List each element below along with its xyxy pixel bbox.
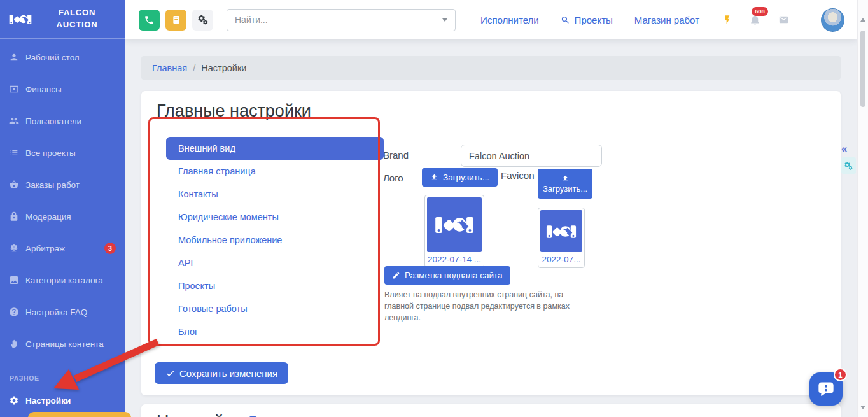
page-title: Главные настройки — [157, 101, 825, 121]
header-icons: 608 — [722, 13, 790, 26]
question-circle-icon — [9, 307, 19, 317]
banknote-icon — [9, 84, 19, 94]
avatar[interactable] — [821, 8, 844, 32]
favicon-preview-image — [540, 210, 582, 252]
main-content: Главная / Настройки Главные настройки Вн… — [125, 39, 857, 417]
tab-appearance[interactable]: Внешний вид — [166, 137, 384, 160]
notifications-badge: 608 — [752, 7, 768, 16]
sidebar-item-arbitration[interactable]: Арбитраж 3 — [0, 232, 125, 264]
sidebar-logo-row[interactable]: FALCON AUCTION — [0, 0, 125, 39]
tab-legal[interactable]: Юридические моменты — [166, 206, 384, 229]
bottom-yellow-button[interactable] — [28, 412, 131, 417]
list-icon — [9, 148, 19, 158]
top-header: Исполнители Проекты Магазин работ 608 — [125, 0, 857, 39]
link-work-shop[interactable]: Магазин работ — [634, 15, 699, 25]
collapse-panel-toggle[interactable]: « — [841, 143, 846, 155]
brand-name: FALCON AUCTION — [38, 7, 116, 31]
upload-favicon-button[interactable]: Загрузить... — [538, 169, 592, 199]
handshake-logo-icon — [9, 11, 32, 27]
arbitration-badge: 3 — [104, 243, 116, 254]
sidebar-item-dashboard[interactable]: Рабочий стол — [0, 41, 125, 73]
footer-markup-note: Влияет на подвал внутренних страниц сайт… — [384, 289, 594, 323]
card-header: Главные настройки — [141, 91, 841, 129]
logo-preview-card[interactable]: 2022-07-14 ... — [424, 195, 484, 268]
breadcrumb-current: Настройки — [201, 63, 246, 73]
favicon-label: Favicon — [501, 170, 535, 181]
book-icon — [171, 15, 181, 25]
sidebar-item-moderation[interactable]: Модерация — [0, 201, 125, 232]
favicon-filename: 2022-07... — [540, 252, 582, 265]
edit-icon — [392, 271, 400, 279]
quick-settings-button[interactable] — [192, 10, 213, 31]
tab-api[interactable]: API — [166, 251, 384, 274]
sidebar: FALCON AUCTION Рабочий стол Финансы Поль… — [0, 0, 125, 417]
sidebar-nav: Рабочий стол Финансы Пользователи Все пр… — [0, 41, 125, 416]
link-performers[interactable]: Исполнители — [480, 15, 539, 25]
header-divider — [808, 9, 808, 31]
bolt-icon[interactable] — [722, 13, 732, 26]
logo-filename: 2022-07-14 ... — [427, 252, 482, 265]
users-icon — [9, 116, 19, 126]
sidebar-item-content-pages[interactable]: Страницы контента — [0, 328, 125, 360]
tab-mobile-app[interactable]: Мобильное приложение — [166, 229, 384, 251]
basket-icon — [9, 180, 19, 190]
upload-icon — [561, 174, 570, 183]
handbook-button[interactable] — [165, 10, 186, 31]
brand-input[interactable] — [461, 145, 602, 167]
sidebar-item-users[interactable]: Пользователи — [0, 105, 125, 137]
scrollbar-up-arrow[interactable] — [860, 18, 865, 22]
search-icon — [561, 15, 570, 25]
messages-envelope[interactable] — [778, 15, 790, 25]
settings-tabs: Внешний вид Главная страница Контакты Юр… — [166, 137, 384, 343]
search-input[interactable] — [235, 15, 442, 25]
scales-icon — [9, 243, 19, 253]
favicon-preview-card[interactable]: 2022-07... — [538, 208, 585, 268]
cogs-icon — [844, 161, 853, 171]
chat-badge: 1 — [834, 368, 847, 381]
upload-icon — [430, 173, 438, 181]
header-links: Исполнители Проекты Магазин работ — [480, 15, 699, 25]
sidebar-item-faq-settings[interactable]: Настройка FAQ — [0, 296, 125, 328]
breadcrumb: Главная / Настройки — [141, 56, 841, 80]
theme-settings-toggle[interactable] — [841, 157, 856, 174]
search-dropdown-caret[interactable] — [442, 18, 447, 22]
scrollbar-down-arrow[interactable] — [860, 406, 865, 409]
sidebar-item-catalog-categories[interactable]: Категории каталога — [0, 264, 125, 296]
chat-widget-button[interactable]: 1 — [809, 372, 843, 406]
sidebar-item-work-orders[interactable]: Заказы работ — [0, 169, 125, 201]
vertical-scrollbar[interactable] — [857, 0, 868, 417]
secondary-settings-card: Настройки i — [141, 404, 841, 417]
user-desk-icon — [9, 52, 19, 62]
breadcrumb-home[interactable]: Главная — [152, 63, 187, 73]
handshake-logo-icon — [435, 212, 474, 237]
tab-blog[interactable]: Блог — [166, 320, 384, 343]
tab-home-page[interactable]: Главная страница — [166, 160, 384, 183]
main-settings-card: Главные настройки Внешний вид Главная ст… — [141, 91, 841, 395]
secondary-card-title: Настройки i — [157, 412, 825, 417]
chat-bubble-icon — [817, 380, 835, 398]
lock-icon — [9, 211, 19, 222]
link-projects[interactable]: Проекты — [561, 15, 613, 25]
handshake-logo-icon — [546, 222, 577, 241]
search-box — [227, 9, 456, 31]
sidebar-item-finance[interactable]: Финансы — [0, 73, 125, 105]
check-icon — [165, 369, 175, 378]
save-button[interactable]: Сохранить изменения — [155, 362, 288, 384]
notifications-bell[interactable]: 608 — [749, 13, 761, 26]
upload-logo-button[interactable]: Загрузить... — [422, 168, 498, 187]
scrollbar-thumb[interactable] — [860, 31, 865, 107]
sidebar-section-misc: РАЗНОЕ — [0, 365, 125, 385]
logo-preview-image — [427, 197, 482, 252]
image-icon — [9, 275, 19, 285]
phone-button[interactable] — [139, 10, 160, 31]
sidebar-item-all-projects[interactable]: Все проекты — [0, 137, 125, 169]
cogs-icon — [197, 14, 209, 25]
logo-label: Лого — [383, 173, 403, 183]
tab-finished-works[interactable]: Готовые работы — [166, 297, 384, 320]
brand-label: Brand — [383, 150, 409, 160]
tab-contacts[interactable]: Контакты — [166, 183, 384, 206]
footer-markup-button[interactable]: Разметка подвала сайта — [384, 266, 510, 285]
phone-icon — [144, 15, 155, 25]
tab-projects[interactable]: Проекты — [166, 274, 384, 297]
gear-icon — [9, 395, 19, 406]
